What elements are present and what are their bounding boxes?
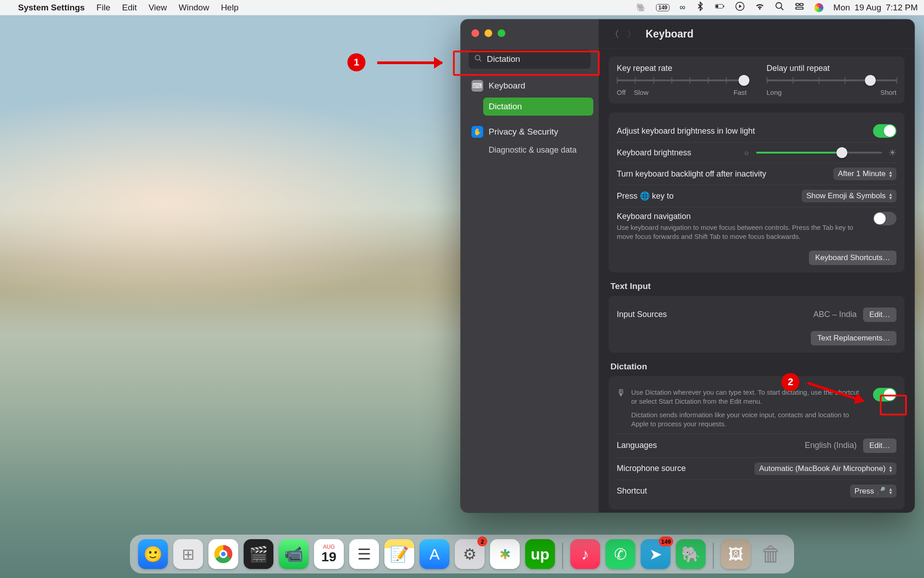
bluetooth-menuextra-icon[interactable]	[695, 1, 705, 14]
svg-line-10	[479, 59, 481, 61]
window-zoom-button[interactable]	[498, 29, 505, 37]
sidebar-item-label: Keyboard	[489, 81, 525, 91]
dock-evernote-icon[interactable]: 🐘	[676, 539, 706, 569]
dock-finalcut-icon[interactable]: 🎬	[244, 539, 273, 569]
heading-text-input: Text Input	[610, 281, 903, 291]
sidebar-item-keyboard[interactable]: ⌨︎ Keyboard	[466, 76, 593, 96]
sidebar-item-dictation[interactable]: Dictation	[483, 98, 593, 116]
sidebar-item-privacy-security[interactable]: ✋ Privacy & Security	[466, 122, 593, 142]
window-minimize-button[interactable]	[485, 29, 492, 37]
text-replacements-button[interactable]: Text Replacements…	[811, 331, 896, 345]
chevron-updown-icon: ▴▾	[889, 465, 892, 472]
menu-help[interactable]: Help	[221, 3, 239, 13]
dock-launchpad-icon[interactable]: ⊞	[173, 539, 203, 569]
toggle-adjust-brightness[interactable]	[873, 124, 896, 138]
evernote-menuextra-icon[interactable]: 🐘	[636, 3, 646, 13]
dock-upwork-icon[interactable]: up	[525, 539, 555, 569]
dock-telegram-badge: 149	[659, 536, 673, 546]
keyboard-shortcuts-button[interactable]: Keyboard Shortcuts…	[809, 251, 896, 265]
search-input[interactable]	[487, 54, 594, 64]
menubar-app-name[interactable]: System Settings	[18, 3, 85, 13]
nav-back-icon[interactable]: 〈	[610, 28, 619, 41]
slider-kbd-brightness[interactable]	[756, 152, 882, 154]
label-adjust-brightness: Adjust keyboard brightness in low light	[617, 126, 755, 136]
battery-menuextra-icon[interactable]	[715, 1, 725, 14]
svg-rect-8	[796, 7, 804, 9]
svg-line-5	[781, 8, 784, 10]
chevron-updown-icon: ▴▾	[889, 192, 892, 200]
menuextra-badge-icon[interactable]: 149	[656, 4, 670, 11]
privacy-icon: ✋	[471, 126, 483, 138]
popup-value: After 1 Minute	[838, 169, 886, 178]
slider-label-long: Long	[767, 89, 781, 96]
dock-trash-icon[interactable]: 🗑	[756, 539, 786, 569]
dock-whatsapp-icon[interactable]: ✆	[605, 539, 635, 569]
menu-file[interactable]: File	[97, 3, 111, 13]
dock-separator	[713, 543, 714, 569]
slider-label-short: Short	[880, 89, 896, 96]
popup-globe-key[interactable]: Show Emoji & Symbols ▴▾	[802, 190, 896, 202]
desc-dictation-1: Use Dictation wherever you can type text…	[631, 388, 866, 406]
dock-calendar-icon[interactable]: AUG 19	[314, 539, 344, 569]
slider-label-fast: Fast	[734, 89, 747, 96]
card-keyboard-options: Adjust keyboard brightness in low light …	[609, 112, 905, 272]
dock-appstore-icon[interactable]: A	[420, 539, 449, 569]
slider-label-off: Off	[617, 89, 626, 96]
label-mic-source: Microphone source	[617, 464, 686, 473]
menu-view[interactable]: View	[148, 3, 167, 13]
edit-languages-button[interactable]: Edit…	[863, 438, 896, 453]
control-center-menuextra-icon[interactable]	[795, 1, 804, 14]
label-backlight-off: Turn keyboard backlight off after inacti…	[617, 169, 766, 179]
slider-key-repeat[interactable]	[617, 79, 747, 81]
microphone-icon: 🎙	[617, 388, 626, 429]
heading-dictation: Dictation	[610, 362, 903, 372]
label-shortcut: Shortcut	[617, 486, 647, 496]
edit-input-sources-button[interactable]: Edit…	[863, 308, 896, 322]
dock-slack-icon[interactable]: ✱	[490, 539, 520, 569]
clock-time: 7:12 PM	[886, 3, 918, 13]
nowplaying-menuextra-icon[interactable]	[735, 1, 745, 14]
spotlight-menuextra-icon[interactable]	[775, 1, 785, 14]
label-globe-key: Press 🌐 key to	[617, 191, 674, 201]
sidebar-search[interactable]: ✕	[469, 50, 591, 69]
label-kbd-nav: Keyboard navigation	[617, 212, 864, 221]
menu-window[interactable]: Window	[179, 3, 209, 13]
dock-facetime-icon[interactable]: 📹	[279, 539, 309, 569]
svg-point-9	[475, 55, 480, 60]
sidebar-item-label: Dictation	[489, 102, 522, 112]
search-icon	[474, 54, 482, 64]
page-title: Keyboard	[646, 28, 693, 40]
siri-menuextra-icon[interactable]	[814, 3, 823, 12]
slider-delay-repeat[interactable]	[767, 79, 896, 81]
dock-reminders-icon[interactable]: ☰	[349, 539, 379, 569]
sidebar-item-label: Privacy & Security	[489, 127, 558, 137]
popup-mic-source[interactable]: Automatic (MacBook Air Microphone) ▴▾	[754, 462, 896, 475]
value-input-sources: ABC – India	[813, 310, 857, 319]
wifi-menuextra-icon[interactable]	[755, 1, 765, 14]
toggle-kbd-nav[interactable]	[873, 212, 896, 225]
menubar-clock[interactable]: Mon 19 Aug 7:12 PM	[833, 3, 918, 13]
toggle-dictation[interactable]	[873, 388, 896, 401]
popup-shortcut[interactable]: Press 🎤 ▴▾	[850, 485, 896, 498]
settings-content: 〈 〉 Keyboard Key repeat rate	[599, 19, 915, 513]
value-languages: English (India)	[805, 441, 857, 450]
desc-kbd-nav: Use keyboard navigation to move focus be…	[617, 223, 864, 242]
dock-notes-icon[interactable]: 📝	[384, 539, 414, 569]
dock-chrome-icon[interactable]	[208, 539, 238, 569]
creative-cloud-menuextra-icon[interactable]: ∞	[679, 3, 685, 12]
chevron-updown-icon: ▴▾	[889, 170, 892, 177]
svg-rect-2	[716, 5, 718, 8]
popup-value: Automatic (MacBook Air Microphone)	[759, 464, 886, 473]
popup-backlight-off[interactable]: After 1 Minute ▴▾	[833, 168, 896, 180]
sidebar-subitem-diagnostic[interactable]: Diagnostic & usage data	[489, 143, 599, 158]
dock-finder-icon[interactable]: 🙂	[138, 539, 168, 569]
settings-scroll-area[interactable]: Key repeat rate O	[599, 49, 915, 513]
clock-day: Mon	[833, 3, 850, 13]
dock-music-icon[interactable]: ♪	[570, 539, 600, 569]
menu-edit[interactable]: Edit	[122, 3, 137, 13]
window-close-button[interactable]	[471, 29, 479, 37]
dock-downloads-icon[interactable]: 🖼	[721, 539, 751, 569]
label-input-sources: Input Sources	[617, 310, 667, 319]
brightness-low-icon: ☼	[743, 149, 750, 157]
nav-forward-icon[interactable]: 〉	[627, 28, 637, 41]
